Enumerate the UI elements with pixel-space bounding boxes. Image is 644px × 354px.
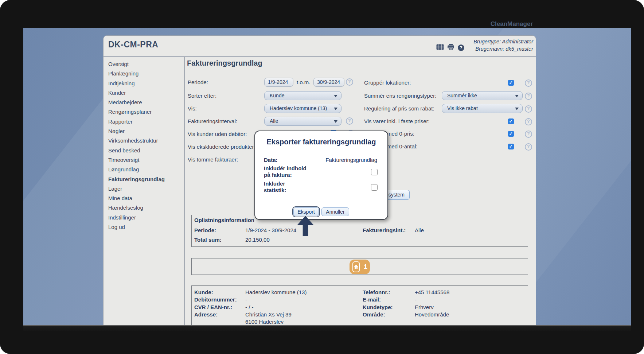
location-pager-button[interactable]: 1 xyxy=(350,260,370,274)
pager-box: 1 xyxy=(191,258,528,275)
periode-to-input[interactable]: 30/9-2024 xyxy=(313,78,344,87)
adresse-line2: 6100 Haderslev xyxy=(245,319,284,325)
sidebar-item-oversigt[interactable]: Oversigt xyxy=(104,59,184,69)
telefon-label: Telefonnr.: xyxy=(363,289,390,295)
summary-total-label: Total sum: xyxy=(194,237,222,243)
vis-label: Vis: xyxy=(188,105,197,112)
print-icon[interactable] xyxy=(447,44,454,52)
summary-periode-label: Periode: xyxy=(194,227,216,233)
omrade-label: Område: xyxy=(363,311,385,318)
sidebar-item-rapporter[interactable]: Rapporter xyxy=(104,117,184,127)
sidebar-item-noegler[interactable]: Nøgler xyxy=(104,127,184,136)
user-type: Brugertype: Administrator xyxy=(473,38,533,46)
grupper-label: Gruppér lokationer: xyxy=(364,79,411,86)
vis-dropdown[interactable]: Haderslev kommune (13) xyxy=(264,104,341,113)
summer-help-icon[interactable]: ? xyxy=(525,93,532,100)
sorter-label: Sorter efter: xyxy=(188,93,216,99)
sorter-dropdown[interactable]: Kunde xyxy=(264,91,341,100)
nul-antal-help-icon[interactable]: ? xyxy=(525,143,532,151)
telefon-value: +45 11445568 xyxy=(415,289,449,295)
app-header: DK-CM-PRA ? Brugertype: Administrator Br… xyxy=(104,36,536,57)
chevron-down-icon xyxy=(334,120,337,123)
sidebar-item-send-besked[interactable]: Send besked xyxy=(104,146,184,155)
house-icon xyxy=(352,261,360,272)
email-value: - xyxy=(415,296,417,303)
adresse-line1: Christian Xs Vej 39 xyxy=(245,311,292,318)
grupper-checkbox[interactable] xyxy=(508,80,514,86)
include-content-checkbox[interactable] xyxy=(371,169,378,175)
kunde-value: Haderslev kommune (13) xyxy=(245,289,307,295)
summary-interval-value: Alle xyxy=(415,227,424,233)
adresse-label: Adresse: xyxy=(194,311,218,318)
summer-label: Summér ens rengøringstyper: xyxy=(364,93,436,99)
export-button[interactable]: Eksport xyxy=(293,207,319,216)
interval-dropdown[interactable]: Alle xyxy=(264,117,341,126)
kundetype-value: Erhverv xyxy=(415,304,434,310)
chevron-down-icon xyxy=(334,108,337,110)
interval-label: Faktureringsinterval: xyxy=(188,118,237,124)
include-stats-label: Inkluder statistik: xyxy=(264,180,286,193)
email-label: E-mail: xyxy=(363,296,381,303)
faste-priser-help-icon[interactable]: ? xyxy=(525,118,532,125)
periode-label: Periode: xyxy=(188,79,208,85)
sidebar-item-loengrundlag[interactable]: Løngrundlag xyxy=(104,165,184,174)
interval-help-icon[interactable]: ? xyxy=(346,117,353,125)
tomme-label: Vis tomme fakturaer: xyxy=(188,156,238,163)
table-icon[interactable] xyxy=(436,44,444,51)
export-dialog: Eksporter faktureringsgrundlag Data: Fak… xyxy=(254,131,388,220)
clipped-logo-text: CleanManager xyxy=(491,20,533,28)
sidebar-item-haendelseslog[interactable]: Hændelseslog xyxy=(104,203,184,213)
grupper-help-icon[interactable]: ? xyxy=(525,79,532,87)
sidebar-item-rengoeringsplaner[interactable]: Rengøringsplaner xyxy=(104,107,184,117)
faste-priser-checkbox[interactable] xyxy=(508,118,514,124)
sidebar-item-mine-data[interactable]: Mine data xyxy=(104,194,184,203)
chevron-down-icon xyxy=(334,95,337,97)
periode-tom-label: t.o.m. xyxy=(297,79,311,85)
kunde-label: Kunde: xyxy=(194,289,213,295)
chevron-down-icon xyxy=(515,95,519,97)
nul-pris-checkbox[interactable] xyxy=(508,131,514,137)
periode-from-input[interactable]: 1/9-2024 xyxy=(264,78,293,87)
faste-priser-label: Vis varer inkl. i faste priser: xyxy=(364,118,430,124)
summary-periode-value: 1/9-2024 - 30/9-2024 xyxy=(245,227,296,233)
debitor-value: - xyxy=(245,296,247,303)
regulering-help-icon[interactable]: ? xyxy=(525,105,532,113)
summary-total-value: 20.150,00 xyxy=(245,237,270,243)
chevron-down-icon xyxy=(515,108,519,110)
sidebar-item-virksomhedsstruktur[interactable]: Virksomhedsstruktur xyxy=(104,136,184,145)
nul-pris-help-icon[interactable]: ? xyxy=(525,131,532,138)
sidebar: Oversigt Planlægning Indtjekning Kunder … xyxy=(104,57,184,326)
help-icon[interactable]: ? xyxy=(458,44,464,51)
sidebar-item-log-ud[interactable]: Log ud xyxy=(104,222,184,232)
kundetype-label: Kundetype: xyxy=(363,304,393,310)
debitor-label: Debitornummer: xyxy=(194,296,237,303)
regulering-label: Regulering af pris som rabat: xyxy=(364,105,434,112)
sidebar-item-faktureringsgrundlag[interactable]: Faktureringsgrundlag xyxy=(104,175,184,184)
sidebar-item-kunder[interactable]: Kunder xyxy=(104,88,184,98)
cancel-button[interactable]: Annuller xyxy=(321,207,349,216)
ekskluderede-label: Vis ekskluderede produkter: xyxy=(188,144,255,150)
summer-dropdown[interactable]: Summér ikke xyxy=(442,91,523,100)
sidebar-item-planlaegning[interactable]: Planlægning xyxy=(104,69,184,78)
data-label: Data: xyxy=(264,157,278,163)
uden-debitor-label: Vis kunder uden debitor: xyxy=(188,131,247,137)
sidebar-item-lager[interactable]: Lager xyxy=(104,184,184,194)
bottom-dark-strip xyxy=(23,325,631,331)
pager-count: 1 xyxy=(363,263,367,271)
sidebar-item-timeoversigt[interactable]: Timeoversigt xyxy=(104,155,184,165)
app-title: DK-CM-PRA xyxy=(108,40,158,50)
page-title: Faktureringsgrundlag xyxy=(187,59,262,67)
regulering-dropdown[interactable]: Vis ikke rabat xyxy=(442,104,523,113)
periode-help-icon[interactable]: ? xyxy=(346,78,353,86)
nul-antal-checkbox[interactable] xyxy=(508,144,514,149)
sidebar-item-indstillinger[interactable]: Indstillinger xyxy=(104,213,184,222)
include-content-label: Inkludér indhold på faktura: xyxy=(264,165,307,178)
nul-pris-label: med 0-pris: xyxy=(387,131,414,137)
sidebar-item-medarbejdere[interactable]: Medarbejdere xyxy=(104,98,184,107)
data-value: Faktureringsgrundlag xyxy=(325,157,377,163)
nul-antal-label: med 0-antal: xyxy=(387,143,417,149)
cvr-value: - / - xyxy=(245,304,254,310)
include-stats-checkbox[interactable] xyxy=(371,184,378,191)
sidebar-item-indtjekning[interactable]: Indtjekning xyxy=(104,79,184,88)
customer-box: Kunde: Haderslev kommune (13) Debitornum… xyxy=(191,285,528,326)
